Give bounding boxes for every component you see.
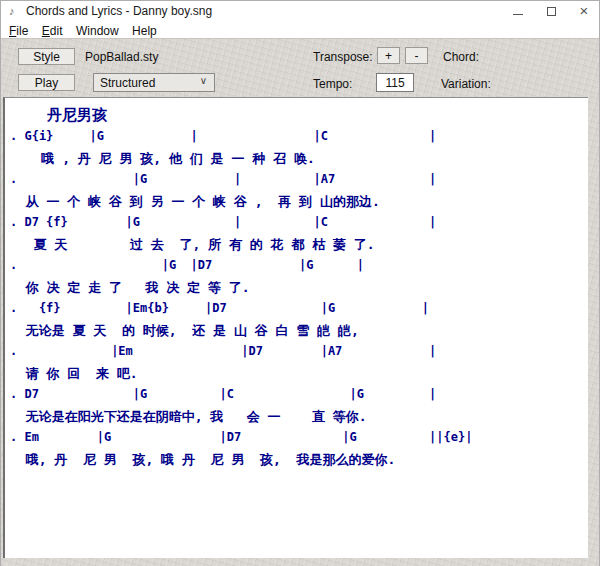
chord-line: . |G |D7 |G |: [10, 255, 588, 277]
close-icon: [580, 2, 589, 20]
lyric-line: 从 一 个 峡 谷 到 另 一 个 峡 谷 , 再 到 山的那边.: [10, 191, 588, 213]
content-frame: 丹尼男孩 . G{i} |G | |C | 哦 , 丹 尼 男 孩, 他 们 是…: [1, 96, 599, 566]
music-note-icon: [9, 4, 21, 18]
play-button[interactable]: Play: [18, 74, 75, 91]
maximize-icon: [547, 7, 556, 16]
lyric-line: 哦 , 丹 尼 男 孩, 他 们 是 一 种 召 唤.: [10, 148, 588, 170]
lyric-line: 你 决 定 走 了 我 决 定 等 了.: [10, 277, 588, 299]
toolbar: Style PopBallad.sty Play Structured Tran…: [1, 38, 599, 96]
style-button[interactable]: Style: [18, 48, 75, 65]
app-window: Chords and Lyrics - Danny boy.sng File E…: [0, 0, 600, 566]
minimize-button[interactable]: [503, 1, 533, 21]
song-title: 丹尼男孩: [10, 104, 588, 126]
maximize-button[interactable]: [536, 1, 566, 21]
lyric-line: 请 你 回 来 吧.: [10, 363, 588, 385]
chord-line: . Em |G |D7 |G ||{e}|: [10, 427, 588, 449]
lyric-line: 无论是在阳光下还是在阴暗中, 我 会 一 直 等你.: [10, 406, 588, 428]
song-area[interactable]: 丹尼男孩 . G{i} |G | |C | 哦 , 丹 尼 男 孩, 他 们 是…: [3, 97, 588, 558]
transpose-down-button[interactable]: -: [405, 47, 428, 64]
menu-bar: File Edit Window Help: [1, 21, 599, 38]
style-file-name: PopBallad.sty: [85, 50, 158, 64]
chord-line: . |Em |D7 |A7 |: [10, 341, 588, 363]
mode-selected-value: Structured: [100, 76, 155, 90]
minimize-icon: [513, 14, 523, 15]
chord-line: . {f} |Em{b} |D7 |G |: [10, 298, 588, 320]
mode-select[interactable]: Structured: [93, 73, 215, 92]
menu-edit[interactable]: Edit: [42, 23, 63, 39]
close-button[interactable]: [569, 1, 599, 21]
menu-help[interactable]: Help: [132, 23, 157, 39]
variation-label: Variation:: [441, 77, 491, 91]
chord-label: Chord:: [443, 50, 479, 64]
chord-line: . D7 {f} |G | |C |: [10, 212, 588, 234]
lyric-line: 哦, 丹 尼 男 孩, 哦 丹 尼 男 孩, 我是那么的爱你.: [10, 449, 588, 471]
chord-line: . D7 |G |C |G |: [10, 384, 588, 406]
tempo-label: Tempo:: [313, 77, 352, 91]
transpose-label: Transpose:: [313, 50, 373, 64]
chord-line: . G{i} |G | |C |: [10, 126, 588, 148]
transpose-up-button[interactable]: +: [377, 47, 400, 64]
lyric-line: 无论是 夏 天 的 时候, 还 是 山 谷 白 雪 皑 皑,: [10, 320, 588, 342]
menu-window[interactable]: Window: [76, 23, 119, 39]
chevron-down-icon: [200, 75, 207, 86]
menu-file[interactable]: File: [9, 23, 28, 39]
title-bar[interactable]: Chords and Lyrics - Danny boy.sng: [1, 1, 599, 21]
lyric-line: 夏 天 过 去 了, 所 有 的 花 都 枯 萎 了.: [10, 234, 588, 256]
chord-line: . |G | |A7 |: [10, 169, 588, 191]
tempo-input[interactable]: [376, 73, 414, 92]
song-sheet: 丹尼男孩 . G{i} |G | |C | 哦 , 丹 尼 男 孩, 他 们 是…: [5, 98, 588, 470]
window-title: Chords and Lyrics - Danny boy.sng: [26, 4, 212, 18]
